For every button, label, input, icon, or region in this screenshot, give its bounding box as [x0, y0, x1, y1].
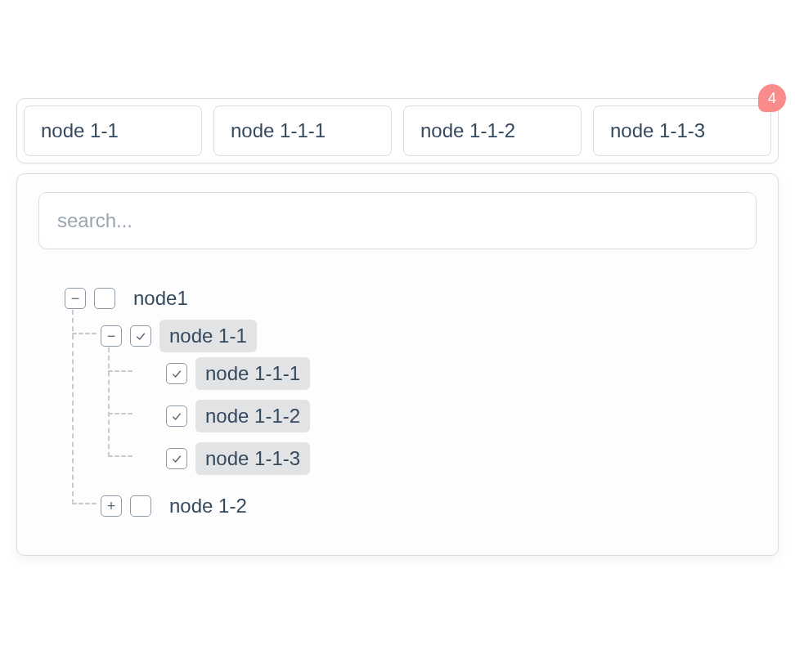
tree-node-1: − node1 − — [65, 277, 757, 532]
tree-node-label[interactable]: node 1-1-3 — [195, 442, 310, 475]
check-icon — [170, 367, 183, 380]
check-icon — [170, 410, 183, 423]
tree-node-label[interactable]: node 1-1-2 — [195, 400, 310, 432]
chip-node-1-1-3[interactable]: node 1-1-3 — [593, 105, 771, 156]
checkbox[interactable] — [166, 363, 187, 384]
chip-label: node 1-1 — [41, 119, 119, 141]
chip-node-1-1-1[interactable]: node 1-1-1 — [213, 105, 392, 156]
checkbox[interactable] — [94, 288, 115, 309]
tree-node-1-1-1: node 1-1-1 — [137, 352, 757, 395]
expand-toggle[interactable]: + — [101, 495, 122, 517]
chip-node-1-1[interactable]: node 1-1 — [24, 105, 202, 156]
leaf-spacer — [137, 363, 158, 384]
search-input[interactable] — [38, 192, 757, 249]
checkbox[interactable] — [166, 405, 187, 427]
tree-node-label[interactable]: node1 — [124, 282, 198, 315]
tree-node-1-2: + node 1-2 — [101, 485, 757, 527]
dropdown-panel: − node1 − — [16, 173, 779, 556]
tree-node-1-1: − node 1-1 — [101, 315, 757, 485]
leaf-spacer — [137, 405, 158, 427]
expand-toggle[interactable]: − — [101, 325, 122, 347]
check-icon — [170, 452, 183, 465]
tree-node-1-1-3: node 1-1-3 — [137, 437, 757, 480]
chip-label: node 1-1-3 — [610, 119, 705, 141]
tree-node-label[interactable]: node 1-1 — [159, 320, 257, 352]
checkbox[interactable] — [130, 325, 151, 347]
tree: − node1 − — [38, 277, 757, 532]
tree-node-1-1-2: node 1-1-2 — [137, 395, 757, 437]
checkbox[interactable] — [130, 495, 151, 517]
selection-count-badge: 4 — [758, 84, 786, 112]
tree-node-label[interactable]: node 1-1-1 — [195, 357, 310, 390]
chip-label: node 1-1-2 — [420, 119, 515, 141]
chip-node-1-1-2[interactable]: node 1-1-2 — [403, 105, 582, 156]
checkbox[interactable] — [166, 448, 187, 469]
check-icon — [134, 329, 147, 343]
leaf-spacer — [137, 448, 158, 469]
expand-toggle[interactable]: − — [65, 288, 86, 309]
tree-node-label[interactable]: node 1-2 — [159, 490, 257, 522]
selected-chips-container: node 1-1 node 1-1-1 node 1-1-2 node 1-1-… — [16, 98, 779, 164]
chip-label: node 1-1-1 — [231, 119, 326, 141]
badge-count: 4 — [768, 90, 776, 107]
